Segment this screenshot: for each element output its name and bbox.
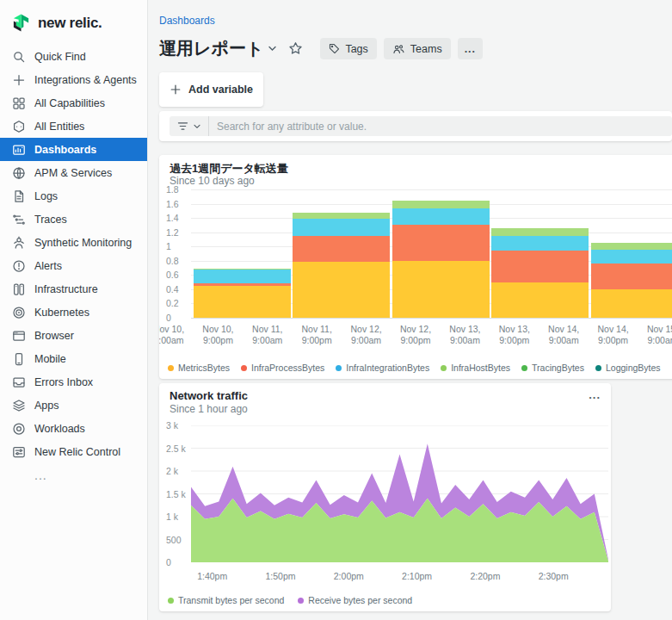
sidebar-item-label: Errors Inbox bbox=[34, 376, 93, 388]
sidebar-item-mobile[interactable]: Mobile bbox=[0, 347, 147, 370]
bar-segment-MetricsBytes[interactable] bbox=[293, 262, 390, 318]
sidebar-item-label: Logs bbox=[34, 190, 58, 202]
sidebar-item-new-relic-control[interactable]: New Relic Control bbox=[0, 440, 147, 463]
sidebar-item-all-entities[interactable]: All Entities bbox=[0, 115, 147, 138]
chart-more-button[interactable]: ... bbox=[589, 388, 601, 401]
sidebar-item-kubernetes[interactable]: Kubernetes bbox=[0, 301, 147, 324]
sidebar-item-infrastructure[interactable]: Infrastructure bbox=[0, 277, 147, 301]
gridline bbox=[191, 318, 672, 319]
sidebar-item-label: Apps bbox=[34, 400, 59, 412]
legend-item[interactable]: MetricsBytes bbox=[168, 363, 230, 373]
transfer-xaxis: Nov 10,9:00amNov 10,9:00pmNov 11,9:00amN… bbox=[159, 324, 672, 350]
sidebar-item-errors-inbox[interactable]: Errors Inbox bbox=[0, 370, 147, 394]
sidebar-item-more[interactable]: ... bbox=[0, 463, 147, 487]
bar-segment-InfraHostBytes[interactable] bbox=[392, 201, 490, 208]
x-axis-label: Nov 12,9:00am bbox=[341, 324, 392, 346]
brand-logo[interactable]: new relic. bbox=[0, 0, 147, 34]
sidebar-item-dashboards[interactable]: Dashboards bbox=[0, 138, 147, 161]
add-variable-button[interactable]: Add variable bbox=[159, 72, 263, 107]
legend-item[interactable]: Receive bytes per second bbox=[298, 595, 412, 605]
sidebar-item-apm-services[interactable]: APM & Services bbox=[0, 161, 147, 184]
bar-segment-MetricsBytes[interactable] bbox=[392, 261, 490, 318]
alert-circle-icon bbox=[12, 259, 26, 273]
bar-segment-InfraHostBytes[interactable] bbox=[491, 228, 589, 236]
control-icon bbox=[12, 445, 26, 459]
y-axis-label: 2.5 k bbox=[166, 443, 189, 454]
legend-item[interactable]: InfraIntegrationBytes bbox=[336, 363, 429, 373]
legend-dot bbox=[298, 598, 304, 604]
y-axis-label: 1 bbox=[166, 241, 188, 251]
bar-segment-InfraHostBytes[interactable] bbox=[591, 243, 672, 250]
layers-icon bbox=[12, 399, 26, 412]
header-more-button[interactable]: ... bbox=[458, 38, 483, 59]
bar-segment-MetricsBytes[interactable] bbox=[194, 286, 291, 318]
bar-segment-InfraProcessBytes[interactable] bbox=[591, 264, 672, 289]
breadcrumb[interactable]: Dashboards bbox=[159, 15, 215, 27]
sidebar-item-workloads[interactable]: Workloads bbox=[0, 417, 147, 440]
legend-item[interactable]: Transmit bytes per second bbox=[168, 595, 284, 605]
plus-icon bbox=[170, 84, 182, 96]
legend-item[interactable]: InfraProcessBytes bbox=[241, 363, 324, 373]
sidebar-item-alerts[interactable]: Alerts bbox=[0, 254, 147, 277]
bar-segment-MetricsBytes[interactable] bbox=[591, 289, 672, 318]
sidebar-item-browser[interactable]: Browser bbox=[0, 324, 147, 347]
robot-icon bbox=[12, 236, 26, 250]
search-input[interactable]: Search for any attribute or value. bbox=[170, 116, 672, 136]
x-axis-label: Nov 13,9:00pm bbox=[489, 324, 540, 346]
bar-segment-InfraHostBytes[interactable] bbox=[194, 269, 291, 270]
x-axis-label: Nov 10,9:00pm bbox=[192, 324, 244, 346]
bar-segment-InfraHostBytes[interactable] bbox=[293, 213, 390, 219]
chevron-down-icon[interactable] bbox=[268, 46, 276, 52]
brand-wordmark: new relic. bbox=[38, 15, 102, 32]
sidebar-item-label: Workloads bbox=[34, 423, 85, 435]
sidebar-item-logs[interactable]: Logs bbox=[0, 184, 147, 208]
sidebar-item-label: Integrations & Agents bbox=[34, 74, 137, 86]
sidebar: new relic. Quick FindIntegrations & Agen… bbox=[0, 0, 148, 620]
bar-segment-InfraIntegrationBytes[interactable] bbox=[491, 236, 589, 251]
y-axis-label: 2 k bbox=[166, 466, 189, 476]
x-axis-label: 1:50pm bbox=[255, 571, 306, 581]
ellipsis-icon bbox=[12, 468, 26, 482]
legend-item[interactable]: InfraHostBytes bbox=[441, 363, 510, 373]
bar-segment-InfraIntegrationBytes[interactable] bbox=[591, 250, 672, 264]
transfer-legend: MetricsBytesInfraProcessBytesInfraIntegr… bbox=[168, 363, 672, 373]
filter-menu[interactable] bbox=[170, 121, 208, 131]
x-axis-label: 2:10pm bbox=[391, 571, 443, 581]
favorite-star-icon[interactable] bbox=[288, 41, 303, 56]
x-axis-label: 2:30pm bbox=[527, 571, 579, 581]
sidebar-item-all-capabilities[interactable]: All Capabilities bbox=[0, 91, 147, 115]
sidebar-item-label: All Capabilities bbox=[34, 97, 105, 109]
sidebar-item-label: New Relic Control bbox=[34, 446, 120, 458]
bar-segment-InfraProcessBytes[interactable] bbox=[194, 283, 291, 286]
teams-button[interactable]: Teams bbox=[384, 38, 451, 59]
network-plot bbox=[191, 425, 608, 562]
bar-segment-MetricsBytes[interactable] bbox=[491, 282, 589, 318]
hexagon-icon bbox=[12, 120, 26, 133]
sidebar-item-synthetic-monitoring[interactable]: Synthetic Monitoring bbox=[0, 231, 147, 254]
sidebar-item-integrations-agents[interactable]: Integrations & Agents bbox=[0, 68, 147, 91]
bar-segment-InfraIntegrationBytes[interactable] bbox=[293, 219, 390, 236]
y-axis-label: 1.6 bbox=[166, 199, 188, 209]
grid-icon bbox=[12, 96, 26, 110]
bar-segment-InfraIntegrationBytes[interactable] bbox=[392, 208, 490, 225]
bar-segment-InfraProcessBytes[interactable] bbox=[293, 236, 390, 262]
sidebar-item-label: Mobile bbox=[34, 353, 66, 365]
sidebar-item-label: Kubernetes bbox=[34, 307, 89, 319]
transfer-chart-card: 過去1週間データ転送量 Since 10 days ago 1.81.61.41… bbox=[159, 155, 672, 379]
bar-segment-InfraProcessBytes[interactable] bbox=[392, 225, 490, 260]
sidebar-item-traces[interactable]: Traces bbox=[0, 208, 147, 231]
bar-segment-InfraIntegrationBytes[interactable] bbox=[194, 270, 291, 284]
sidebar-item-quick-find[interactable]: Quick Find bbox=[0, 45, 147, 68]
legend-item[interactable]: TracingBytes bbox=[521, 363, 584, 373]
sidebar-item-label: Synthetic Monitoring bbox=[34, 237, 132, 249]
sidebar-item-apps[interactable]: Apps bbox=[0, 394, 147, 417]
bar-segment-InfraProcessBytes[interactable] bbox=[491, 251, 589, 282]
legend-item[interactable]: LoggingBytes bbox=[595, 363, 661, 373]
gridline bbox=[191, 189, 672, 190]
x-axis-label: Nov 11,9:00am bbox=[242, 324, 293, 346]
tags-button[interactable]: Tags bbox=[320, 38, 376, 59]
chart-title: Network traffic bbox=[170, 389, 248, 402]
x-axis-label: 2:00pm bbox=[323, 571, 374, 581]
x-axis-label: Nov 10,9:00am bbox=[159, 324, 194, 346]
legend-dot bbox=[168, 365, 174, 371]
